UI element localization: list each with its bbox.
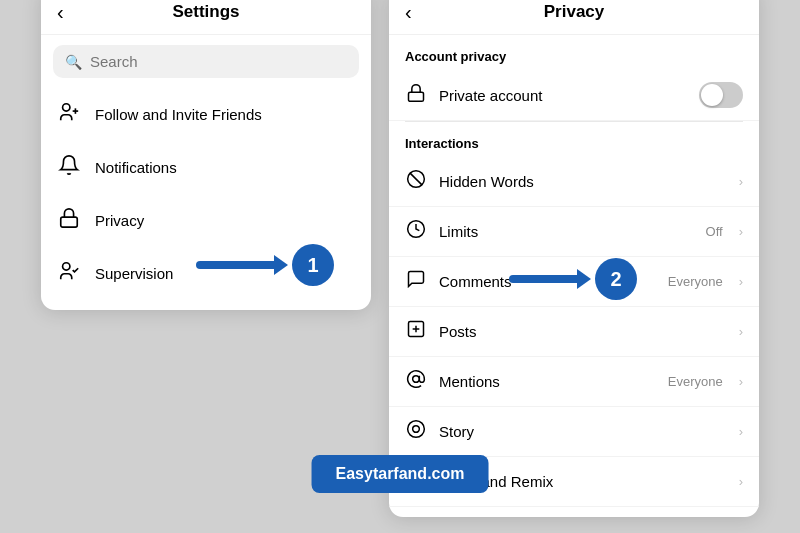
posts-chevron: › [739,324,743,339]
privacy-label: Privacy [95,212,144,229]
hidden-words-icon [405,169,427,194]
follow-label: Follow and Invite Friends [95,106,262,123]
mentions-value: Everyone [668,374,723,389]
privacy-panel: ‹ Privacy Account privacy Private accoun… [389,0,759,517]
bell-icon [57,154,81,181]
hidden-words-chevron: › [739,174,743,189]
svg-point-12 [413,376,420,383]
lock-icon [57,207,81,234]
reels-chevron: › [739,474,743,489]
privacy-header: ‹ Privacy [389,0,759,35]
svg-rect-3 [61,217,78,227]
story-chevron: › [739,424,743,439]
limits-label: Limits [439,223,694,240]
privacy-title: Privacy [544,2,605,22]
account-privacy-header: Account privacy [389,35,759,70]
settings-panel: ‹ Settings 🔍 Follow and Invite Friends [41,0,371,310]
comments-value: Everyone [668,274,723,289]
svg-point-13 [408,421,425,438]
privacy-item-hidden-words[interactable]: Hidden Words › [389,157,759,207]
privacy-item-limits[interactable]: Limits Off › [389,207,759,257]
sidebar-item-follow[interactable]: Follow and Invite Friends [41,88,371,141]
notifications-label: Notifications [95,159,177,176]
privacy-item-posts[interactable]: Posts › [389,307,759,357]
comments-icon [405,269,427,294]
brand-button: Easytarfand.com [312,455,489,493]
mentions-chevron: › [739,374,743,389]
limits-icon [405,219,427,244]
privacy-back-button[interactable]: ‹ [405,1,412,24]
posts-icon [405,319,427,344]
search-icon: 🔍 [65,54,82,70]
branding-area: Easytarfand.com [312,455,489,493]
sidebar-item-supervision[interactable]: Supervision [41,247,371,300]
limits-chevron: › [739,224,743,239]
privacy-item-comments[interactable]: Comments Everyone › [389,257,759,307]
svg-line-7 [410,173,422,185]
supervision-label: Supervision [95,265,173,282]
settings-header: ‹ Settings [41,0,371,35]
story-label: Story [439,423,727,440]
svg-point-0 [63,104,70,111]
privacy-item-private-account[interactable]: Private account [389,70,759,121]
private-account-lock-icon [405,83,427,108]
private-account-toggle[interactable] [699,82,743,108]
search-input[interactable] [90,53,347,70]
search-bar[interactable]: 🔍 [53,45,359,78]
posts-label: Posts [439,323,727,340]
svg-point-14 [413,426,420,433]
privacy-item-story[interactable]: Story › [389,407,759,457]
mentions-icon [405,369,427,394]
sidebar-item-notifications[interactable]: Notifications [41,141,371,194]
privacy-item-mentions[interactable]: Mentions Everyone › [389,357,759,407]
supervision-icon [57,260,81,287]
comments-chevron: › [739,274,743,289]
sidebar-item-privacy[interactable]: Privacy [41,194,371,247]
settings-title: Settings [172,2,239,22]
mentions-label: Mentions [439,373,656,390]
private-account-label: Private account [439,87,687,104]
interactions-header: Interactions [389,122,759,157]
follow-icon [57,101,81,128]
comments-label: Comments [439,273,656,290]
hidden-words-label: Hidden Words [439,173,727,190]
svg-rect-5 [409,92,424,101]
svg-point-4 [63,263,70,270]
settings-back-button[interactable]: ‹ [57,1,64,24]
limits-value: Off [706,224,723,239]
story-icon [405,419,427,444]
